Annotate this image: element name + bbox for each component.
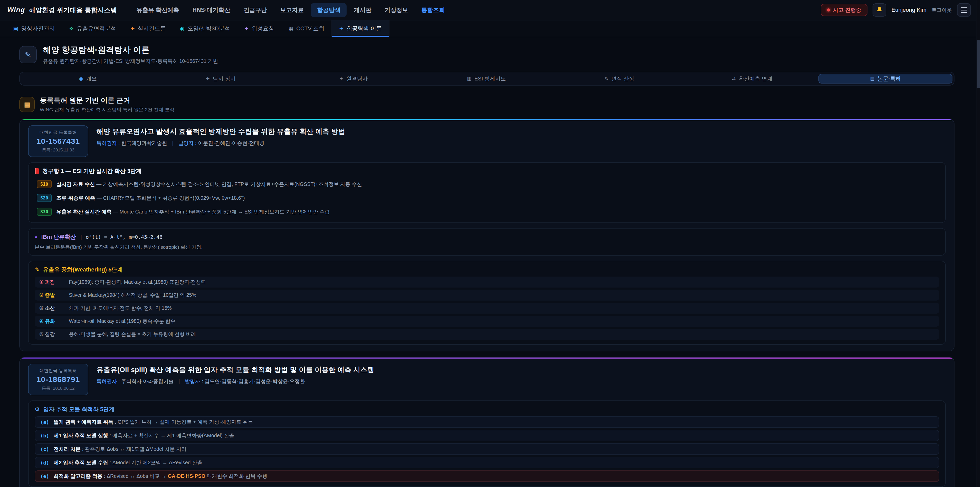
- subtab-realtime-drone[interactable]: ✈ 실시간드론: [123, 21, 173, 37]
- nav-item-oil-spill-prediction[interactable]: 유출유 확산예측: [130, 3, 185, 17]
- weathering-step-label: ④ 유화: [39, 318, 64, 324]
- patent-number-badge: 대한민국 등록특허 10-1868791 등록: 2018.06.12: [28, 364, 88, 395]
- incident-status-badge[interactable]: 사고 진행중: [821, 4, 867, 16]
- subtab-image-photo-mgmt[interactable]: ▣ 영상사진관리: [6, 21, 62, 37]
- tab-overview[interactable]: ◉ 개요: [21, 74, 154, 83]
- image-icon: ▣: [13, 26, 18, 32]
- bell-icon: [876, 6, 883, 14]
- step-key: (e): [40, 473, 49, 479]
- step-row-e: (e) 최적화 알고리즘 적용 : ΔRevised ↔ Δobs 비교 → G…: [35, 470, 939, 482]
- subtab-label: 위성요청: [251, 25, 274, 32]
- tab-remote-sensing[interactable]: ✦ 원격탐사: [287, 74, 420, 83]
- menu-button[interactable]: [957, 3, 971, 17]
- claims-header: 청구항 1 — ESI 기반 실시간 확산 3단계: [35, 167, 939, 175]
- page-title: 해양 항공탐색·원격탐사 이론: [43, 45, 218, 56]
- claim-desc: — CHARRY모델 조화분석 + 취송류 경험식(0.029×Vw, θw+1…: [97, 195, 245, 201]
- nav-item-integrated-search[interactable]: 통합조회: [415, 3, 451, 17]
- map-icon: ▦: [467, 76, 471, 81]
- nav-item-weather-info[interactable]: 기상정보: [379, 3, 414, 17]
- page-header-icon-box: ✎: [19, 46, 37, 63]
- section-subtitle: WING 탑재 유출유 확산예측 시스템의 특허 원문 2건 전체 분석: [40, 107, 175, 113]
- pen-document-icon: ✎: [25, 50, 31, 59]
- step-key: (b): [40, 433, 49, 439]
- hamburger-icon: [961, 7, 967, 13]
- subtab-pollution-ship-3d[interactable]: ◉ 오염/선박3D분석: [173, 21, 237, 37]
- inventor-label: 발명자 :: [185, 378, 203, 384]
- nav-item-aerial-search[interactable]: 항공탐색: [311, 3, 347, 17]
- theory-tab-strip: ◉ 개요 ✈ 탐지 장비 ✦ 원격탐사 ▦ ESI 방제지도 ✎ 면적 산정 ⇄…: [19, 72, 955, 86]
- wing-logo: Wing: [7, 6, 25, 14]
- pencil-icon: ✎: [35, 267, 39, 273]
- gear-icon: ⚙: [35, 406, 40, 413]
- meta-separator: |: [179, 378, 180, 384]
- step-key: (c): [40, 446, 49, 452]
- pencil-icon: ✎: [605, 76, 608, 81]
- claim-row-s20: S20 조류·취송류 예측 — CHARRY모델 조화분석 + 취송류 경험식(…: [35, 192, 939, 204]
- main-nav: 유출유 확산예측 HNS·대기확산 긴급구난 보고자료 항공탐색 게시판 기상정…: [130, 3, 451, 17]
- subtab-aerial-search-theory[interactable]: ✈ 항공탐색 이론: [331, 21, 390, 37]
- nav-item-hns-dispersion[interactable]: HNS·대기확산: [186, 3, 236, 17]
- logout-button[interactable]: 로그아웃: [932, 6, 952, 14]
- step-row-c: (c) 전처리 차분 : 관측경로 Δobs ↔ 제1모델 ΔModel 차분 …: [35, 443, 939, 455]
- tab-diffusion-link[interactable]: ⇄ 확산예측 연계: [686, 74, 819, 83]
- step-key: (d): [40, 460, 49, 466]
- patent-country: 대한민국 등록특허: [35, 129, 82, 135]
- tab-label: 확산예측 연계: [739, 75, 773, 82]
- tab-papers-patents[interactable]: ▤ 논문·특허: [818, 74, 953, 83]
- inventor-value: 김도연·김동혁·김홍기·김성운·박상윤·오정환: [204, 378, 305, 384]
- claim-row-s30: S30 유출유 확산 실시간 예측 — Monte Carlo 입자추적 + f…: [35, 206, 939, 218]
- nav-item-emergency-rescue[interactable]: 긴급구난: [237, 3, 273, 17]
- claim-name: 조류·취송류 예측: [56, 195, 95, 201]
- tab-detection-equipment[interactable]: ✈ 탐지 장비: [154, 74, 287, 83]
- weathering-step-desc: Stiver & Mackay(1984) 해석적 방법, 수일~10일간 약 …: [69, 292, 196, 299]
- step-desc: : GPS 뜰개 투하 → 실제 이동경로 + 예측 기상·해양자료 취득: [115, 419, 253, 425]
- subtab-label: 유출유면적분석: [77, 25, 116, 32]
- remote-sensing-icon: ✦: [339, 76, 343, 81]
- nav-item-board[interactable]: 게시판: [348, 3, 377, 17]
- tab-esi-map[interactable]: ▦ ESI 방제지도: [420, 74, 553, 83]
- fbm-box: ● fBm 난류확산 | σ²(t) = A·tᵐ, m=0.45~2.46 분…: [28, 228, 946, 255]
- weathering-step-label: ① 퍼짐: [39, 279, 64, 286]
- tab-area-calculation[interactable]: ✎ 면적 산정: [553, 74, 686, 83]
- weathering-step-label: ③ 소산: [39, 305, 64, 311]
- weathering-step-label: ② 증발: [39, 292, 64, 299]
- brand: Wing 해양환경 위기대응 통합시스템: [7, 6, 117, 14]
- ship-3d-icon: ◉: [180, 26, 185, 32]
- fbm-formula: | σ²(t) = A·tᵐ, m=0.45~2.46: [80, 234, 162, 240]
- step-name: 뜰개 관측 + 예측자료 취득: [54, 419, 113, 425]
- main-content: ✎ 해양 항공탐색·원격탐사 이론 유출유 원격탐지·항공감시 기법·ESI 방…: [0, 37, 980, 487]
- nav-item-reports[interactable]: 보고자료: [274, 3, 310, 17]
- weathering-step-desc: Water-in-oil, Mackay et al.(1980) 풍속·수분 …: [69, 318, 175, 324]
- patent-header: 대한민국 등록특허 10-1868791 등록: 2018.06.12 유출유(…: [28, 364, 946, 395]
- topbar-right: 사고 진행중 Eunjeong Kim 로그아웃: [821, 3, 971, 17]
- patent-title-block: 해양 유류오염사고 발생시 효율적인 방제방안 수립을 위한 유출유 확산 예측…: [97, 125, 345, 147]
- weathering-row-emulsification: ④ 유화 Water-in-oil, Mackay et al.(1980) 풍…: [35, 316, 939, 327]
- patent-reg-date: 등록: 2015.11.03: [35, 147, 82, 153]
- subtab-cctv-view[interactable]: ▦ CCTV 조회: [281, 21, 331, 37]
- subtab-label: 오염/선박3D분석: [188, 25, 230, 32]
- owner-label: 특허권자 :: [97, 378, 120, 384]
- subtab-label: 실시간드론: [138, 25, 166, 32]
- page-scrollbar[interactable]: [976, 0, 980, 487]
- step-badge-s20: S20: [37, 194, 52, 202]
- owner-value: 한국해양과학기술원: [121, 140, 167, 146]
- step-desc: : ΔRevised ↔ Δobs 비교 →: [104, 473, 168, 479]
- steps-header: ⚙ 입자 추적 모듈 최적화 5단계: [35, 406, 939, 413]
- weathering-step-label: ⑤ 침강: [39, 331, 64, 338]
- overview-icon: ◉: [79, 76, 83, 81]
- patent-meta: 특허권자 : 한국해양과학기술원 | 발명자 : 이문진·김혜진·이승현·전태병: [97, 140, 345, 147]
- step-desc: : 관측경로 Δobs ↔ 제1모델 ΔModel 차분 처리: [82, 446, 186, 452]
- subtab-satellite-request[interactable]: ✦ 위성요청: [237, 21, 281, 37]
- tab-label: 개요: [86, 75, 97, 82]
- patent-number: 10-1567431: [35, 137, 82, 145]
- step-badge-s30: S30: [37, 208, 52, 216]
- notification-button[interactable]: [873, 3, 886, 17]
- fbm-description: 분수 브라운운동(fBm) 기반 무작위 확산거리 생성, 등방성(isotro…: [35, 244, 939, 251]
- subtab-oil-area-analysis[interactable]: ❖ 유출유면적분석: [62, 21, 123, 37]
- step-desc: 매개변수 최적화 반복 수행: [205, 473, 267, 479]
- weathering-row-spreading: ① 퍼짐 Fay(1969): 중력-관성력, Mackay et al.(19…: [35, 276, 939, 287]
- step-name: 최적화 알고리즘 적용: [54, 473, 102, 479]
- scrollbar-thumb[interactable]: [977, 40, 980, 88]
- patent-title: 해양 유류오염사고 발생시 효율적인 방제방안 수립을 위한 유출유 확산 예측…: [97, 127, 345, 136]
- patent-card-1868791: 대한민국 등록특허 10-1868791 등록: 2018.06.12 유출유(…: [19, 357, 955, 487]
